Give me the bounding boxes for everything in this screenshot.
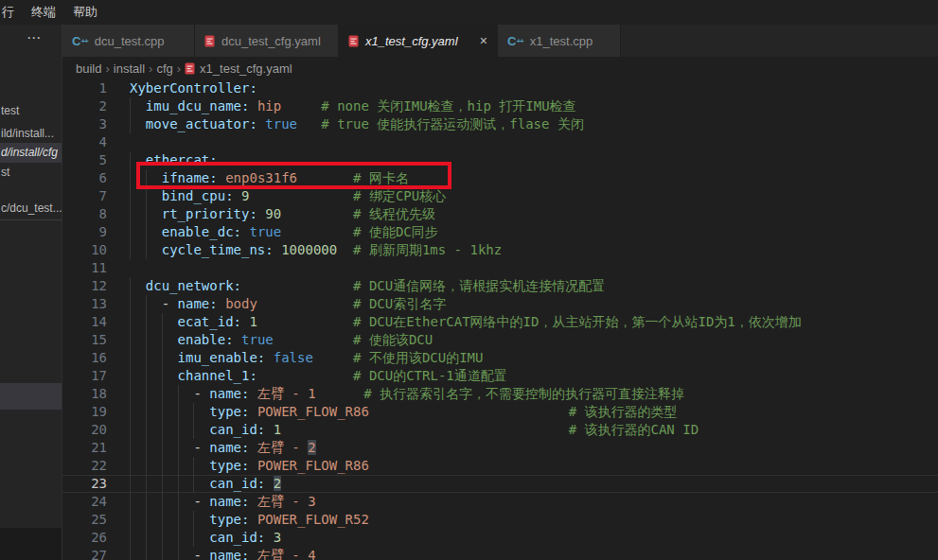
code-token: name: [209,548,249,560]
code-line-20[interactable]: 20 can_id: 1 # 该执行器的CAN ID [62,421,938,439]
menu-item-2[interactable]: 终端 [23,0,64,25]
code-line-3[interactable]: 3 move_actuator: true # true 使能执行器运动测试，f… [62,115,938,133]
line-number: 22 [62,457,107,475]
sidebar-selection-bar[interactable] [0,383,62,410]
indent-guide [130,457,131,475]
line-number: 11 [62,259,107,277]
code-token: - [130,296,178,311]
indent-guide [130,403,131,421]
code-token: ifname: [162,170,218,185]
code-line-5[interactable]: 5 ethercat: [62,151,938,169]
indent-guide [178,475,179,493]
code-token: XyberController: [130,80,257,96]
code-token [130,350,178,365]
indent-guide [146,421,147,439]
indent-guide [178,439,179,457]
code-token [130,404,209,419]
code-token [130,116,146,131]
breadcrumb-segment-cfg[interactable]: cfg [156,61,172,76]
menu-item-1[interactable]: 行 [0,0,23,25]
more-actions-icon[interactable]: ⋯ [27,29,42,46]
indent-guide [178,403,179,421]
code-line-7[interactable]: 7 bind_cpu: 9 # 绑定CPU核心 [62,187,938,205]
code-token: POWER_FLOW_R86 [257,404,369,419]
code-token: 1 [249,314,257,329]
breadcrumb-file[interactable]: x1_test_cfg.yaml [185,61,292,76]
sidebar-item-3[interactable]: d/install/cfg [0,143,62,163]
code-token: - [130,494,209,509]
code-token [130,314,178,329]
code-line-9[interactable]: 9 enable_dc: true # 使能DC同步 [62,223,938,241]
code-line-1[interactable]: 1XyberController: [62,79,938,97]
code-token [249,548,257,560]
code-token [249,404,257,419]
code-line-21[interactable]: 21 - name: 左臂 - 2 [62,439,938,457]
tab-x1_test_cfg.yaml[interactable]: x1_test_cfg.yaml× [339,25,498,57]
code-line-10[interactable]: 10 cycle_time_ns: 1000000 # 刷新周期1ms - 1k… [62,241,938,259]
code-token: name: [209,440,249,455]
code-line-text: type: POWER_FLOW_R86 [130,457,938,475]
code-line-13[interactable]: 13 - name: body # DCU索引名字 [62,295,938,313]
code-token: 2 [308,440,315,455]
line-number: 17 [62,367,107,385]
sidebar-item-2[interactable]: ild/install... [0,124,62,144]
line-number: 18 [62,385,107,403]
code-line-14[interactable]: 14 ecat_id: 1 # DCU在EtherCAT网络中的ID，从主站开始… [62,313,938,331]
code-line-2[interactable]: 2 imu_dcu_name: hip # none 关闭IMU检查，hip 打… [62,97,938,115]
code-token [274,332,353,347]
indent-guide [130,223,131,241]
indent-guide [146,493,147,511]
indent-guide [146,349,147,367]
code-line-26[interactable]: 26 can_id: 3 [62,529,938,547]
line-number: 25 [62,511,107,529]
code-line-text: - name: 左臂 - 4 [130,547,938,560]
code-line-25[interactable]: 25 type: POWER_FLOW_R52 [62,511,938,529]
code-line-15[interactable]: 15 enable: true # 使能该DCU [62,331,938,349]
code-line-24[interactable]: 24 - name: 左臂 - 3 [62,493,938,511]
indent-guide [146,439,147,457]
sidebar-item-1[interactable]: test [0,101,62,121]
indent-guide [162,511,163,529]
code-line-16[interactable]: 16 imu_enable: false # 不使用该DCU的IMU [62,349,938,367]
code-token [249,458,257,473]
code-line-4[interactable]: 4 [62,133,938,151]
line-number: 7 [62,187,107,205]
indent-guide [146,475,147,493]
code-line-text: can_id: 1 # 该执行器的CAN ID [130,421,938,439]
breadcrumb-segment-install[interactable]: install [114,61,145,76]
close-icon[interactable]: × [480,33,487,48]
code-line-text: - name: 左臂 - 3 [130,493,938,511]
tab-dcu_test.cpp[interactable]: C++dcu_test.cpp [62,25,195,57]
code-line-8[interactable]: 8 rt_priority: 90 # 线程优先级 [62,205,938,223]
tab-dcu_test_cfg.yaml[interactable]: dcu_test_cfg.yaml [195,25,339,57]
code-token: - [130,440,209,455]
code-line-18[interactable]: 18 - name: 左臂 - 1 # 执行器索引名字，不需要控制的执行器可直接… [62,385,938,403]
code-token: # true 使能执行器运动测试，flase 关闭 [321,116,584,131]
indent-guide [178,457,179,475]
sidebar-bottom-panel [0,528,62,560]
code-line-23[interactable]: 23 can_id: 2 [62,475,938,493]
code-line-6[interactable]: 6 ifname: enp0s31f6 # 网卡名 [62,169,938,187]
menu-item-3[interactable]: 帮助 [64,0,106,25]
code-line-17[interactable]: 17 channel_1: # DCU的CTRL-1通道配置 [62,367,938,385]
code-line-11[interactable]: 11 [62,259,938,277]
code-token [265,350,273,365]
code-token: POWER_FLOW_R52 [257,512,369,527]
code-token [130,530,209,545]
code-token: name: [209,494,249,509]
line-number: 27 [62,547,107,560]
line-number: 24 [62,493,107,511]
breadcrumb-segment-build[interactable]: build [76,61,101,76]
code-line-27[interactable]: 27 - name: 左臂 - 4 [62,547,938,560]
code-token [234,188,241,203]
code-line-12[interactable]: 12 dcu_network: # DCU通信网络，请根据实机连接情况配置 [62,277,938,295]
code-line-19[interactable]: 19 type: POWER_FLOW_R86 # 该执行器的类型 [62,403,938,421]
code-editor[interactable]: 1XyberController:2 imu_dcu_name: hip # n… [62,79,938,560]
sidebar-item-5[interactable]: c/dcu_test... [0,199,62,219]
indent-guide [146,331,147,349]
code-line-text: type: POWER_FLOW_R52 [130,511,938,529]
code-line-22[interactable]: 22 type: POWER_FLOW_R86 [62,457,938,475]
tab-x1_test.cpp[interactable]: C++x1_test.cpp [498,25,621,57]
code-token: # 不使用该DCU的IMU [353,350,483,365]
sidebar-item-4[interactable]: st [0,163,62,183]
